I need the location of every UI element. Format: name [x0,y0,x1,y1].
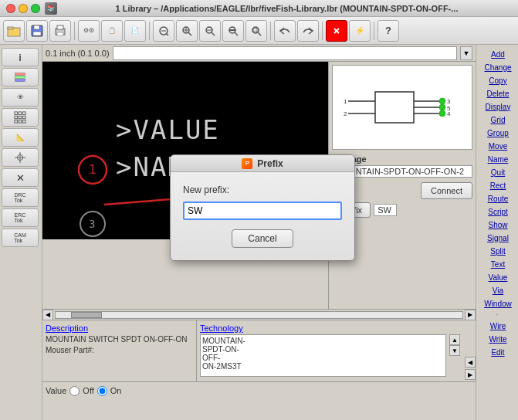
scroll-left-button[interactable]: ◀ [42,310,53,320]
cmd-2-button[interactable]: 📋 [101,20,123,42]
crosshair-button[interactable] [2,148,39,167]
lightning-button[interactable]: ⚡ [349,20,371,42]
scroll-right-button[interactable]: ▶ [465,310,476,320]
bottom-scroll-left[interactable]: ◀ [465,357,476,368]
connect-button[interactable]: Connect [421,182,472,199]
undo-button[interactable] [274,20,296,42]
measure-button[interactable]: 📐 [2,128,39,147]
cmd-via[interactable]: Via [478,284,518,296]
cmd-add[interactable]: Add [478,48,518,60]
zoom-fit-button[interactable] [153,20,174,42]
svg-text:3: 3 [89,218,95,230]
cam-button[interactable]: CAMTok [2,229,39,247]
on-radio[interactable] [97,386,107,396]
off-radio[interactable] [69,386,80,396]
svg-text:5: 5 [447,105,451,112]
preview-area: 1 2 3 4 5 [332,65,472,150]
toolbar: ⚙⚙ 📋 📄 ⚡ ? [0,17,518,45]
cmd-rect[interactable]: Rect [478,179,518,191]
tech-scroll-up[interactable]: ▲ [449,334,460,345]
layer-button[interactable] [2,68,39,86]
off-radio-label: Off [83,386,93,395]
description-title[interactable]: Description [46,323,193,333]
h-scroll-thumb[interactable] [71,312,102,318]
cmd-script[interactable]: Script [478,205,518,218]
window-controls [6,4,40,13]
bottom-scroll-right[interactable]: ▶ [465,369,476,380]
svg-text:>VALUE: >VALUE [116,114,220,145]
save-button[interactable] [26,20,48,42]
maximize-button[interactable] [31,4,40,13]
zoom-in-button[interactable] [176,20,198,42]
cmd-quit[interactable]: Quit [478,166,518,178]
cmd-text[interactable]: Text [478,258,518,270]
grid-button[interactable] [2,108,39,127]
bottom-panel: Description MOUNTAIN SWITCH SPDT ON-OFF-… [42,320,476,420]
svg-rect-4 [33,32,41,36]
help-button[interactable]: ? [377,20,399,42]
erc-button[interactable]: ERCTok [2,208,39,227]
cmd-route[interactable]: Route [478,192,518,205]
cmd-move[interactable]: Move [478,140,518,152]
dialog-cancel-button[interactable]: Cancel [232,229,293,248]
cmd-window[interactable]: Window [478,297,518,310]
coords-dropdown[interactable]: ▼ [460,46,472,60]
cmd-wire[interactable]: Wire [478,320,518,332]
svg-text:1: 1 [89,162,96,177]
svg-text:3: 3 [447,98,451,105]
cmd-change[interactable]: Change [478,61,518,73]
cmd-display[interactable]: Display [478,100,518,113]
svg-rect-33 [15,116,18,119]
zoom-window-button[interactable] [245,20,267,42]
cmd-copy[interactable]: Copy [478,74,518,86]
cmd-name[interactable]: Name [478,153,518,165]
svg-line-16 [212,32,215,36]
title-bar: 📚 1 Library – /Applications/EAGLE/lbr/fi… [0,0,518,17]
coords-label: 0.1 inch (0.1 0.0) [46,49,110,58]
cmd-value[interactable]: Value [478,271,518,283]
svg-rect-35 [23,116,26,119]
cmd-split[interactable]: Split [478,245,518,257]
on-radio-label: On [110,386,122,395]
description-text: MOUNTAIN SWITCH SPDT ON-OFF-ON Mouser Pa… [46,334,193,356]
coords-bar: 0.1 inch (0.1 0.0) ▼ [42,45,476,62]
svg-line-9 [166,33,168,36]
close-button[interactable] [6,4,15,13]
cmd-show[interactable]: Show [478,218,518,231]
cmd-1-button[interactable]: ⚙⚙ [78,20,100,42]
svg-rect-32 [23,112,26,115]
print-button[interactable] [49,20,71,42]
stop-button[interactable] [326,20,347,42]
redo-button[interactable] [297,20,319,42]
on-radio-group: On [97,386,122,396]
view-button[interactable]: 👁 [2,88,39,107]
cmd-group[interactable]: Group [478,127,518,139]
dialog-prefix-input[interactable] [183,202,342,220]
svg-text:2: 2 [344,110,347,117]
toolbar-separator-5 [374,22,374,40]
cmd-grid[interactable]: Grid [478,113,518,126]
zoom-select-button[interactable] [222,20,244,42]
svg-rect-3 [34,25,39,29]
info-button[interactable]: i [2,48,39,66]
cmd-3-button[interactable]: 📄 [124,20,146,42]
minimize-button[interactable] [19,4,28,13]
svg-line-19 [235,32,238,36]
coords-input[interactable] [113,46,457,60]
svg-rect-30 [15,112,18,115]
drc-button[interactable]: DRCTok [2,188,39,207]
technology-title[interactable]: Technology [200,323,462,333]
cmd-delete[interactable]: Delete [478,87,518,100]
prefix-value: SW [374,204,397,216]
left-sidebar: i 👁 📐 ✕ DRCTok ERCTok CAMTok [0,45,42,420]
cmd-edit[interactable]: Edit [478,346,518,358]
cmd-signal[interactable]: Signal [478,232,518,244]
svg-rect-37 [19,120,22,124]
close-x-button[interactable]: ✕ [2,168,39,187]
tech-scroll-down[interactable]: ▼ [449,345,460,356]
zoom-out-button[interactable] [199,20,221,42]
svg-point-67 [439,98,445,104]
h-scroll-track[interactable] [55,311,463,319]
open-folder-button[interactable] [3,20,25,42]
cmd-write[interactable]: Write [478,333,518,345]
